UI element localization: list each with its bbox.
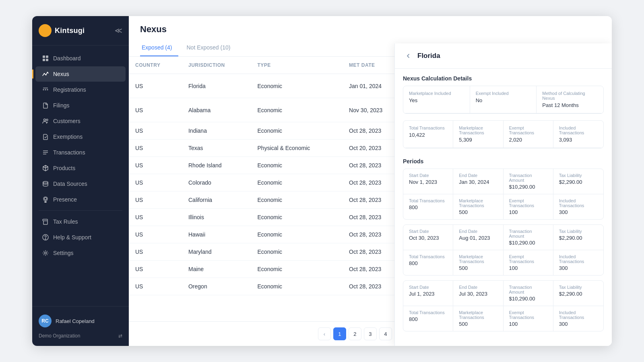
sidebar-nav: Dashboard Nexus <box>32 45 129 306</box>
svg-point-17 <box>45 239 46 239</box>
period-cell: Marketplace Transactions500 <box>453 306 503 331</box>
box-icon <box>42 165 49 172</box>
user-area[interactable]: RC Rafael Copeland <box>35 311 126 331</box>
period-cell: End DateJan 30, 2024 <box>453 169 503 194</box>
sidebar-item-settings[interactable]: Settings <box>35 245 126 261</box>
period-value: 500 <box>459 321 497 327</box>
cell-type: Economic <box>251 74 343 98</box>
svg-point-5 <box>44 73 45 74</box>
period-cell: Transaction Amount$10,290.00 <box>504 169 553 194</box>
period-label: Marketplace Transactions <box>459 198 497 208</box>
page-1-button[interactable]: 1 <box>333 327 346 340</box>
period-label: End Date <box>459 173 497 178</box>
period-value: 100 <box>509 265 547 271</box>
sidebar-item-tax-rules[interactable]: Tax Rules <box>35 214 126 229</box>
page-4-button[interactable]: 4 <box>379 327 392 340</box>
cell-jurisdiction: Colorado <box>182 174 251 191</box>
sidebar: Kintsugi ≪ Dashboard <box>32 16 129 346</box>
calc-cell-label: Marketplace Included <box>409 91 464 96</box>
period-cell: Tax Liability$2,290.00 <box>553 225 603 250</box>
cell-country: US <box>129 74 182 98</box>
sidebar-item-registrations-label: Registrations <box>53 86 86 93</box>
dots-icon <box>42 86 49 93</box>
period-label: Transaction Amount <box>509 285 547 294</box>
period-label: Exempt Transactions <box>509 254 547 264</box>
page-2-button[interactable]: 2 <box>349 327 361 340</box>
svg-point-15 <box>44 197 47 200</box>
period-value: 800 <box>409 204 447 210</box>
sidebar-item-exemptions-label: Exemptions <box>53 134 83 140</box>
period-cell: Start DateJul 1, 2023 <box>403 281 453 306</box>
summary-stat-cell: Exempt Transactions 2,020 <box>504 121 553 148</box>
period-stats-row: Total Transactions800Marketplace Transac… <box>403 306 603 331</box>
sidebar-item-nexus-label: Nexus <box>53 71 69 77</box>
svg-point-9 <box>45 89 46 90</box>
cell-jurisdiction: Maryland <box>182 243 251 261</box>
period-cell: Start DateOct 30, 2023 <box>403 225 453 250</box>
sidebar-item-filings-label: Filings <box>53 102 69 109</box>
period-value: 100 <box>509 209 547 215</box>
period-cell: Start DateNov 1, 2023 <box>403 169 453 194</box>
tab-exposed[interactable]: Exposed (4) <box>140 41 178 56</box>
page-3-button[interactable]: 3 <box>364 327 377 340</box>
period-label: Start Date <box>409 229 447 234</box>
cell-jurisdiction: Texas <box>182 140 251 157</box>
calc-detail-cell: Method of Calculating Nexus Past 12 Mont… <box>537 86 603 113</box>
svg-point-7 <box>47 72 48 73</box>
period-stats-row: Total Transactions800Marketplace Transac… <box>403 194 603 219</box>
calc-cell-value: Past 12 Months <box>542 102 598 108</box>
period-label: Tax Liability <box>559 173 598 178</box>
cell-type: Economic <box>251 226 343 243</box>
period-value: $10,290.00 <box>509 296 547 302</box>
periods-container: Start DateNov 1, 2023End DateJan 30, 202… <box>395 169 612 331</box>
collapse-button[interactable]: ≪ <box>115 26 122 35</box>
period-value: 300 <box>559 321 598 327</box>
tab-not-exposed[interactable]: Not Exposed (10) <box>185 41 237 56</box>
period-label: Included Transactions <box>559 310 598 320</box>
sidebar-item-filings[interactable]: Filings <box>35 98 126 113</box>
detail-header: Florida <box>395 43 612 69</box>
stat-value: 5,309 <box>459 137 497 143</box>
sidebar-item-presence[interactable]: Presence <box>35 192 126 207</box>
sidebar-item-registrations[interactable]: Registrations <box>35 82 126 97</box>
svg-point-12 <box>44 119 46 121</box>
calc-detail-cell: Marketplace Included Yes <box>403 86 470 113</box>
sidebar-item-transactions[interactable]: Transactions <box>35 145 126 160</box>
cell-type: Economic <box>251 191 343 209</box>
period-cell: Total Transactions800 <box>403 306 453 331</box>
svg-rect-3 <box>43 59 45 61</box>
sidebar-item-presence-label: Presence <box>53 196 77 203</box>
sidebar-item-products[interactable]: Products <box>35 160 126 176</box>
sidebar-item-customers[interactable]: Customers <box>35 113 126 129</box>
sidebar-item-exemptions[interactable]: Exemptions <box>35 129 126 144</box>
period-label: Exempt Transactions <box>509 198 547 208</box>
logo-area: Kintsugi <box>39 24 85 37</box>
period-cell: Marketplace Transactions500 <box>453 250 503 275</box>
period-value: Nov 1, 2023 <box>409 179 447 185</box>
sidebar-item-help-label: Help & Support <box>53 234 91 241</box>
period-value: 800 <box>409 316 447 322</box>
period-stats-row: Total Transactions800Marketplace Transac… <box>403 250 603 275</box>
stat-label: Included Transactions <box>559 125 598 135</box>
cell-country: US <box>129 191 182 209</box>
prev-page-button[interactable]: ‹ <box>318 327 331 340</box>
sidebar-item-nexus[interactable]: Nexus <box>35 66 126 82</box>
period-label: Start Date <box>409 285 447 290</box>
chart-icon <box>42 70 49 78</box>
logo-icon <box>39 24 52 37</box>
svg-rect-11 <box>43 88 48 88</box>
summary-stat-cell: Marketplace Transactions 5,309 <box>453 121 503 148</box>
period-cell: Exempt Transactions100 <box>504 306 553 331</box>
page-title: Nexus <box>140 24 601 35</box>
sidebar-item-dashboard[interactable]: Dashboard <box>35 51 126 66</box>
back-button[interactable] <box>403 51 413 61</box>
cell-type: Economic <box>251 122 343 140</box>
sidebar-item-help[interactable]: Help & Support <box>35 230 126 245</box>
sidebar-item-transactions-label: Transactions <box>53 149 85 156</box>
cell-country: US <box>129 140 182 157</box>
sidebar-item-tax-rules-label: Tax Rules <box>53 218 78 225</box>
sidebar-item-data-sources[interactable]: Data Sources <box>35 176 126 191</box>
org-area[interactable]: Demo Organization ⇄ <box>35 331 126 341</box>
period-value: 100 <box>509 321 547 327</box>
period-value: $10,290.00 <box>509 240 547 246</box>
